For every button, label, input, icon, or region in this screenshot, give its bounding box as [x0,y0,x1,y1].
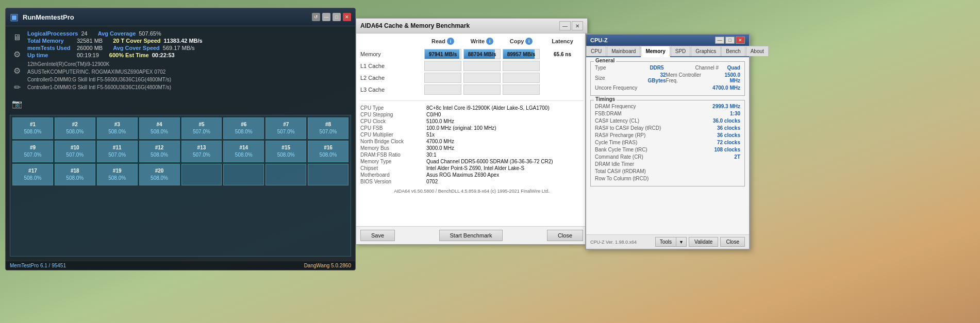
cpuz-tools-btn[interactable]: Tools [655,237,676,247]
grid-cell-empty [181,164,222,185]
cpu-type-value: 8C+8c Intel Core i9-12900K (Alder Lake-S… [426,105,583,111]
cpuz-validate-btn[interactable]: Validate [689,237,718,247]
cover-speed-20t-value: 11383.42 MB/s [163,38,202,44]
cpuz-restore-btn[interactable]: □ [725,37,735,44]
cpuz-cycle-time-row: Cycle Time (tRAS) 72 clocks [595,140,740,145]
cpuz-dram-freq-row: DRAM Frequency 2999.3 MHz [595,104,740,109]
system-info-line-3: Controller0-DIMM0:G Skill Intl F5-5600U3… [27,76,351,83]
cpuz-tab-graphics[interactable]: Graphics [691,46,721,56]
cpuz-footer: CPU-Z Ver. 1.98.0.x64 Tools ▼ Validate C… [586,234,749,249]
avg-coverage-value: 507.65% [139,30,161,37]
grid-cell: #6508.0% [223,117,264,139]
grid-cell: #19508.0% [97,164,138,185]
cpuz-cycle-time-label: Cycle Time (tRAS) [595,140,641,145]
memory-type-label: Memory Type [360,159,422,164]
cpuz-tab-spd[interactable]: SPD [671,46,691,56]
write-info-icon[interactable]: i [486,38,493,45]
bench-row: L3 Cache [360,84,583,95]
cpu-multiplier-value: 51x [426,132,583,138]
cpuz-ras-precharge-value: 36 clocks [717,132,740,138]
cpuz-window: CPU-Z — □ ✕ CPUMainboardMemorySPDGraphic… [585,33,750,250]
bench-row-label: Memory [360,51,422,57]
memtest-body: 🖥 ⚙ ⚙ ✏ 📷 LogicalProcessors 24 Avg Cover… [6,26,355,261]
copy-info-icon[interactable]: i [525,38,533,45]
cpuz-ras-precharge-row: RAS# Precharge (RP) 36 clocks [595,132,740,138]
bench-row-label: L2 Cache [360,75,422,81]
mem-tests-stat: memTests Used 26000 MB [27,45,103,51]
cpuz-version: CPU-Z Ver. 1.98.0.x64 [590,240,637,245]
memtest-stats-section: LogicalProcessors 24 Avg Coverage 507.65… [27,30,351,111]
cpuz-tab-mainboard[interactable]: Mainboard [607,46,640,56]
bench-row-label: L1 Cache [360,63,422,69]
bench-row: Memory 97941 MB/s 88704 MB/s 89957 MB/s … [360,49,583,59]
system-info-line-1: 12thGenIntel(R)Core(TM)i9-12900K [27,60,351,68]
grid-cell: #15508.0% [265,141,306,162]
cpu-stepping-label: CPU Stepping [360,112,422,117]
motherboard-value: Asus ROG Maximus Z690 Apex [426,172,583,178]
bench-info-grid: CPU Type 8C+8c Intel Core i9-12900K (Ald… [360,105,583,184]
cpuz-tools-arrow-btn[interactable]: ▼ [676,237,687,247]
mem-tests-label: memTests Used [27,45,74,51]
cpuz-ras-cas-label: RAS# to CAS# Delay (tRCD) [595,125,661,131]
grid-cell: #8507.0% [308,117,348,139]
bench-copy-bar [503,84,540,95]
cpuz-bank-cycle-label: Bank Cycle Time (tRC) [595,147,647,152]
memtest-close-btn[interactable]: ✕ [343,13,351,21]
bench-write-bar [463,84,501,95]
memtest-maximize-btn[interactable]: □ [333,13,341,21]
memtest-restore-btn[interactable]: ↺ [312,13,320,21]
bios-label: BIOS Version [360,179,422,184]
cpuz-tab-about[interactable]: About [746,46,769,56]
bench-latency-val: 65.6 ns [542,52,583,57]
stat-row-1: LogicalProcessors 24 Avg Coverage 507.65… [27,30,351,37]
aida64-start-btn[interactable]: Start Benchmark [439,230,503,241]
bench-rows-container: Memory 97941 MB/s 88704 MB/s 89957 MB/s … [360,49,583,96]
total-memory-label: Total Memory [27,38,74,44]
cpuz-close-btn[interactable]: Close [720,237,745,247]
memory-type-value: Quad Channel DDR5-6000 SDRAM (36-36-36-7… [426,159,583,164]
cpuz-footer-btns: Tools ▼ Validate Close [655,237,745,247]
aida64-close-btn[interactable]: Close [547,230,583,241]
chipset-label: Chipset [360,165,422,171]
grid-cell: #17508.0% [12,164,53,185]
cpuz-body: General Type DDR5 Channel # Quad Size 32… [586,57,749,234]
cpuz-minimize-btn[interactable]: — [715,37,724,44]
memtest-titlebar: ▣ RunMemtestPro ↺ — □ ✕ [6,8,355,26]
cpuz-total-cas-label: Total CAS# (tRDRAM) [595,168,646,174]
bench-read-bar: 97941 MB/s [424,49,461,59]
cpuz-tab-bench[interactable]: Bench [721,46,745,56]
aida64-save-btn[interactable]: Save [360,230,395,241]
grid-cell: #16508.0% [308,141,348,162]
cpuz-timings-label: Timings [594,96,617,102]
aida64-minimize-btn[interactable]: — [559,21,571,30]
aida64-close-btn[interactable]: ✕ [572,21,583,30]
total-memory-stat: Total Memory 32581 MB [27,38,103,44]
bench-copy-bar [503,73,540,83]
cpuz-titlebar: CPU-Z — □ ✕ [586,35,749,46]
memtest-minimize-btn[interactable]: — [322,13,330,21]
cpuz-channel-label: Channel # [672,65,719,71]
cpuz-cycle-time-value: 72 clocks [717,140,740,145]
aida64-footer-text: AIDA64 v6.50.5800 / BenchDLL 4.5.859.8-x… [360,189,583,194]
avg-cover-speed-label: Avg Cover Speed [113,45,160,51]
cpuz-cas-value: 36.0 clocks [713,118,740,124]
grid-cell: #1508.0% [12,117,53,139]
cpuz-close-btn[interactable]: ✕ [736,37,745,44]
cpuz-uncore-value: 4700.0 MHz [712,85,740,91]
cpuz-total-cas-row: Total CAS# (tRDRAM) [595,168,740,174]
total-memory-value: 32581 MB [77,38,103,44]
north-bridge-label: North Bridge Clock [360,139,422,144]
cpu-multiplier-label: CPU Multiplier [360,132,422,138]
grid-cell: #18508.0% [55,164,95,185]
cover-speed-20t-label: 20 T Cover Speed [113,38,160,44]
cpuz-command-rate-row: Command Rate (CR) 2T [595,154,740,160]
read-info-icon[interactable]: i [447,38,454,45]
cpuz-tab-cpu[interactable]: CPU [586,46,606,56]
bench-row-label: L3 Cache [360,87,422,93]
mem-tests-value: 26000 MB [77,45,103,51]
dram-fsb-value: 30:1 [426,152,583,158]
cpuz-tab-memory[interactable]: Memory [641,46,670,57]
grid-cell-empty [265,164,306,185]
aida64-body: Read i Write i Copy i Latency Memory 979… [356,33,587,226]
logical-processors-stat: LogicalProcessors 24 [27,30,88,37]
